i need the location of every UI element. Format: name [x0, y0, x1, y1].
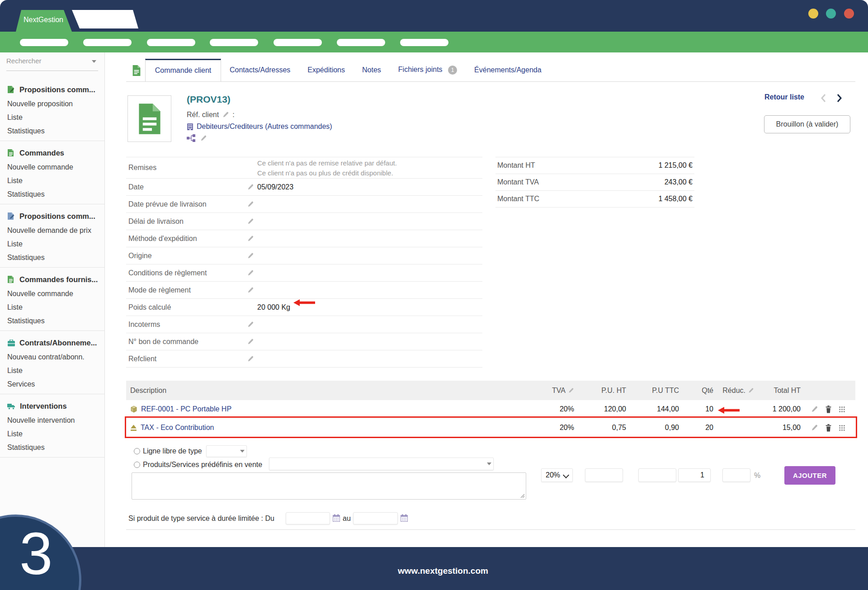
edit-pencil-icon[interactable] [200, 135, 207, 142]
sidebar-section-header[interactable]: Contrats/Abonneme... [7, 337, 98, 348]
menu-pill[interactable] [83, 39, 132, 46]
attachment-count-badge: 1 [448, 66, 457, 75]
sidebar-item[interactable]: Services [7, 378, 98, 391]
resize-handle-icon[interactable] [520, 494, 525, 498]
sidebar-item[interactable]: Statistiques [7, 124, 98, 138]
sidebar-item[interactable]: Statistiques [7, 441, 98, 454]
tab-notes[interactable]: Notes [354, 66, 390, 74]
percent-sign: % [754, 472, 760, 480]
step-number: 3 [19, 524, 52, 584]
sidebar-item[interactable]: Statistiques [7, 188, 98, 201]
edit-pencil-icon[interactable] [247, 269, 254, 277]
field-row-conditions-reglement: Conditions de règlement [126, 264, 482, 282]
edit-pencil-icon[interactable] [247, 287, 254, 294]
free-line-type-select[interactable] [206, 445, 247, 457]
date-from-input[interactable] [286, 512, 330, 524]
edit-pencil-icon[interactable] [247, 184, 254, 191]
line-description-textarea[interactable] [132, 472, 526, 500]
menu-pill[interactable] [400, 39, 448, 46]
sidebar-item[interactable]: Liste [7, 237, 98, 251]
sidebar-section-propositions: Propositions comm... Nouvelle propositio… [0, 71, 104, 141]
edit-pencil-icon[interactable] [811, 406, 818, 413]
trash-icon[interactable] [825, 406, 832, 413]
chevron-left-icon[interactable] [820, 93, 827, 104]
tab-expeditions[interactable]: Expéditions [299, 66, 354, 74]
sidebar-section-header[interactable]: Interventions [7, 401, 98, 411]
drag-handle-icon[interactable] [839, 425, 845, 431]
service-link[interactable]: TAX - Eco Contribution [141, 424, 214, 432]
edit-pencil-icon[interactable] [247, 201, 254, 208]
trash-icon[interactable] [825, 424, 832, 432]
footer-bar: www.nextgestion.com [0, 547, 868, 590]
sidebar-item[interactable]: Liste [7, 301, 98, 314]
chevron-right-icon[interactable] [835, 93, 843, 104]
tab-contacts-adresses[interactable]: Contacts/Adresses [221, 66, 299, 74]
back-to-list-link[interactable]: Retour liste [764, 93, 804, 101]
free-line-radio[interactable] [134, 448, 140, 454]
date-to-input[interactable] [353, 512, 398, 524]
edit-pencil-icon[interactable] [247, 252, 254, 260]
menu-pill[interactable] [20, 39, 68, 46]
sidebar-item[interactable]: Nouvelle demande de prix [7, 224, 98, 237]
menu-pill[interactable] [274, 39, 322, 46]
sidebar-item[interactable]: Nouveau contrat/abonn. [7, 350, 98, 364]
tab-fichiers-joints[interactable]: Fichiers joints 1 [390, 66, 466, 75]
tab-evenements-agenda[interactable]: Événements/Agenda [466, 66, 550, 74]
edit-pencil-icon[interactable] [748, 387, 754, 394]
supplier-order-icon [7, 275, 15, 283]
sidebar-item[interactable]: Nouvelle proposition [7, 97, 98, 111]
add-line-button[interactable]: AJOUTER [784, 466, 835, 485]
predefined-product-select[interactable] [269, 458, 494, 470]
edit-pencil-icon[interactable] [568, 387, 574, 394]
sidebar-item[interactable]: Liste [7, 111, 98, 124]
sidebar-item[interactable]: Liste [7, 174, 98, 188]
sidebar-section-header[interactable]: Commandes [7, 147, 98, 158]
brand-tab[interactable]: NextGestion [14, 10, 73, 32]
edit-pencil-icon[interactable] [247, 338, 254, 345]
vat-rate-select[interactable]: 20% [541, 468, 573, 482]
menu-pill[interactable] [147, 39, 195, 46]
tab-commande-client[interactable]: Commande client [145, 59, 221, 81]
edit-pencil-icon[interactable] [247, 355, 254, 363]
edit-pencil-icon[interactable] [247, 321, 254, 328]
calendar-icon[interactable] [333, 514, 340, 522]
search-input[interactable]: Rechercher [6, 57, 98, 71]
app-window: NextGestion Rechercher Propositions comm… [0, 0, 868, 590]
sidebar-item[interactable]: Liste [7, 364, 98, 378]
product-link[interactable]: REF-0001 - PC Portable HP [141, 405, 231, 413]
sidebar-item[interactable]: Nouvelle commande [7, 287, 98, 301]
menu-pill[interactable] [210, 39, 258, 46]
sidebar-item[interactable]: Nouvelle intervention [7, 414, 98, 427]
price-ht-input[interactable] [585, 468, 623, 482]
menu-pill[interactable] [337, 39, 385, 46]
sidebar-section-header[interactable]: Propositions comm... [7, 211, 98, 222]
predefined-product-radio[interactable] [134, 462, 140, 468]
main-menu-bar [0, 32, 868, 52]
price-ttc-input[interactable] [638, 468, 676, 482]
chevron-down-icon [240, 450, 245, 453]
edit-pencil-icon[interactable] [811, 424, 818, 432]
chevron-down-icon [487, 463, 491, 465]
edit-pencil-icon[interactable] [222, 111, 229, 118]
quantity-input[interactable]: 1 [678, 468, 711, 482]
edit-pencil-icon[interactable] [247, 218, 254, 225]
sidebar-section-commandes: Commandes Nouvelle commande Liste Statis… [0, 141, 104, 204]
sidebar-item[interactable]: Statistiques [7, 314, 98, 328]
edit-pencil-icon[interactable] [247, 235, 254, 242]
field-row-remises: Remises Ce client n'a pas de remise rela… [126, 157, 482, 179]
calendar-icon[interactable] [401, 514, 408, 522]
sidebar-section-interventions: Interventions Nouvelle intervention List… [0, 394, 104, 458]
sidebar-section-header[interactable]: Commandes fournis... [7, 274, 98, 285]
sidebar-item[interactable]: Nouvelle commande [7, 160, 98, 174]
drag-handle-icon[interactable] [839, 406, 845, 413]
thirdparty-link[interactable]: Debiteurs/Crediteurs (Autres commandes) [197, 123, 332, 131]
sidebar-item[interactable]: Liste [7, 427, 98, 441]
intervention-icon [7, 403, 16, 410]
total-ttc-value: 1 458,00 € [658, 195, 693, 203]
discount-input[interactable] [722, 468, 750, 482]
sidebar-section-header[interactable]: Propositions comm... [7, 84, 98, 95]
sidebar-section-contrats: Contrats/Abonneme... Nouveau contrat/abo… [0, 331, 104, 394]
service-icon [130, 425, 137, 431]
sidebar-item[interactable]: Statistiques [7, 251, 98, 264]
project-tree-icon[interactable] [187, 134, 196, 142]
